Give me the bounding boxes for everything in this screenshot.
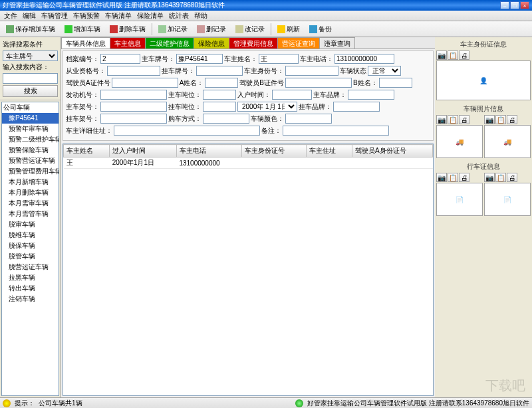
delete-record-button[interactable]: 删记录 [194, 23, 229, 35]
tree-item[interactable]: 本月需管车辆 [2, 209, 59, 219]
license-image-2[interactable]: 📄 [484, 183, 531, 216]
qual-field[interactable] [107, 66, 160, 76]
vehicle-photo-2[interactable]: 🚚 [484, 125, 531, 158]
trailer-tons-field[interactable] [203, 102, 236, 112]
nameB-field[interactable] [379, 78, 412, 88]
camera-icon[interactable]: 📷 [484, 173, 495, 182]
vehicle-photo-1[interactable]: 🚚 [436, 125, 483, 158]
tab-violation[interactable]: 违章查询 [319, 37, 355, 49]
tree-root[interactable]: 公司车辆 [2, 102, 59, 113]
driverA-field[interactable] [112, 78, 178, 88]
menu-help[interactable]: 帮助 [194, 11, 207, 21]
col-id[interactable]: 车主身份证号 [241, 145, 306, 157]
owner-id-field[interactable] [285, 66, 338, 76]
vehicle-tree[interactable]: 公司车辆 豫P45641 预警年审车辆 预警二级维护车辆 预警保险车辆 预警营运… [1, 102, 59, 396]
menu-vehicle-alert[interactable]: 车辆预警 [73, 11, 100, 21]
tab-maintenance[interactable]: 二级维护信息 [145, 37, 194, 49]
main-frame-field[interactable] [100, 102, 167, 112]
modify-record-button[interactable]: 改记录 [232, 23, 268, 35]
plate-field[interactable] [176, 54, 223, 64]
col-date[interactable]: 过入户时间 [110, 145, 177, 157]
maximize-button[interactable]: □ [510, 1, 519, 9]
data-grid[interactable]: 车主姓名 过入户时间 车主电话 车主身份证号 车主住址 驾驶员A身份证号 王 2… [63, 144, 434, 396]
menu-insurance[interactable]: 保险清单 [137, 11, 164, 21]
tree-item[interactable]: 本月需审车辆 [2, 198, 59, 209]
enter-date-select[interactable]: 2000年 1月 1日 [237, 102, 297, 112]
main-brand-field[interactable] [348, 90, 394, 100]
tree-item[interactable]: 脱管车辆 [2, 251, 59, 262]
tree-item[interactable]: 脱营运证车辆 [2, 262, 59, 272]
close-button[interactable]: × [520, 1, 529, 9]
color-field[interactable] [285, 114, 332, 124]
archive-field[interactable] [100, 54, 140, 64]
col-driverA[interactable]: 驾驶员A身份证号 [352, 145, 433, 157]
tree-item[interactable]: 脱保车辆 [2, 241, 59, 251]
scan-icon[interactable]: 📋 [448, 173, 458, 182]
search-input[interactable] [3, 73, 58, 84]
owner-id-image[interactable]: 👤 [436, 60, 531, 100]
tree-item[interactable]: 预警管理费用车辆 [2, 166, 59, 177]
tab-operation[interactable]: 营运证查询 [277, 37, 320, 49]
owner-field[interactable] [259, 54, 299, 64]
tree-item[interactable]: 注销车辆 [2, 294, 59, 304]
tree-item[interactable]: 预警年审车辆 [2, 124, 59, 134]
tree-item[interactable]: 预警保险车辆 [2, 145, 59, 155]
print-icon[interactable]: 🖨 [507, 115, 517, 124]
save-add-button[interactable]: 保存增加车辆 [3, 23, 59, 35]
scan-icon[interactable]: 📋 [495, 173, 506, 182]
trailer-frame-field[interactable] [100, 114, 167, 124]
tab-details[interactable]: 车辆具体信息 [61, 37, 110, 49]
delete-vehicle-button[interactable]: 删除车辆 [106, 23, 149, 35]
search-field-select[interactable]: 车主牌号 [3, 51, 58, 61]
camera-icon[interactable]: 📷 [436, 115, 447, 124]
phone-field[interactable] [334, 54, 394, 64]
engine-field[interactable] [100, 90, 167, 100]
print-icon[interactable]: 🖨 [459, 115, 469, 124]
minimize-button[interactable]: – [500, 1, 509, 9]
scan-icon[interactable]: 📋 [495, 115, 506, 124]
tree-item[interactable]: 预警营运证车辆 [2, 155, 59, 166]
status-select[interactable]: 正常 [368, 66, 401, 76]
search-button[interactable]: 搜索 [3, 85, 58, 97]
main-tons-field[interactable] [203, 90, 236, 100]
col-phone[interactable]: 车主电话 [176, 145, 241, 157]
tree-item[interactable]: 预警二级维护车辆 [2, 134, 59, 145]
col-addr[interactable]: 车主住址 [306, 145, 352, 157]
table-row[interactable]: 王 2000年1月1日 13100000000 [64, 157, 433, 169]
tree-item[interactable]: 拉黑车辆 [2, 272, 59, 283]
enter-time-field[interactable] [272, 90, 312, 100]
remark-field[interactable] [283, 126, 389, 136]
camera-icon[interactable]: 📷 [436, 173, 447, 182]
menu-stats[interactable]: 统计表 [169, 11, 189, 21]
refresh-button[interactable]: 刷新 [274, 23, 303, 35]
print-icon[interactable]: 🖨 [459, 173, 469, 182]
camera-icon[interactable]: 📷 [436, 51, 447, 60]
tree-item[interactable]: 本月新增车辆 [2, 177, 59, 187]
tree-item[interactable]: 本月删除车辆 [2, 187, 59, 198]
trailer-plate-field[interactable] [196, 66, 243, 76]
buy-field[interactable] [203, 114, 249, 124]
print-icon[interactable]: 🖨 [459, 51, 469, 60]
add-vehicle-button[interactable]: 增加车辆 [61, 23, 104, 35]
col-owner[interactable]: 车主姓名 [64, 145, 110, 157]
addr-field[interactable] [114, 126, 260, 136]
nameA-field[interactable] [205, 78, 238, 88]
license-image-1[interactable]: 📄 [436, 183, 483, 216]
tree-item[interactable]: 转出车辆 [2, 283, 59, 294]
print-icon[interactable]: 🖨 [507, 173, 517, 182]
tree-item[interactable]: 脱维车辆 [2, 230, 59, 241]
tree-item[interactable]: 豫P45641 [2, 113, 59, 124]
camera-icon[interactable]: 📷 [484, 115, 495, 124]
backup-button[interactable]: 备份 [306, 23, 335, 35]
tab-owner[interactable]: 车主信息 [110, 37, 146, 49]
menu-edit[interactable]: 编辑 [23, 11, 36, 21]
tree-item[interactable]: 脱审车辆 [2, 219, 59, 230]
trailer-brand-field[interactable] [333, 102, 380, 112]
tab-fees[interactable]: 管理费用信息 [229, 37, 278, 49]
driverB-field[interactable] [285, 78, 352, 88]
tab-insurance[interactable]: 保险信息 [194, 37, 229, 49]
scan-icon[interactable]: 📋 [448, 115, 458, 124]
scan-icon[interactable]: 📋 [448, 51, 458, 60]
menu-vehicle-mgmt[interactable]: 车辆管理 [41, 11, 68, 21]
menu-file[interactable]: 文件 [4, 11, 17, 21]
